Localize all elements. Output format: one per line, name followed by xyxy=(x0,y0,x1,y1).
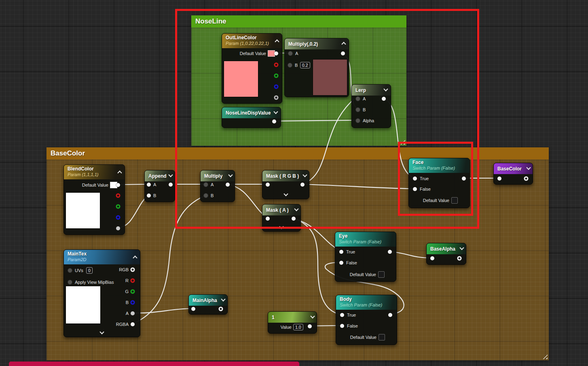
pin-label: B xyxy=(126,300,129,305)
pin-label: Apply View MipBias xyxy=(75,280,114,285)
node-title: Append xyxy=(148,173,167,179)
node-title: BlendColor xyxy=(68,166,121,172)
node-title: MainTex xyxy=(68,251,136,257)
output-pin[interactable] xyxy=(388,313,392,317)
node-header[interactable]: Body Switch Param (False) xyxy=(336,295,397,310)
pin-label: B xyxy=(153,193,156,198)
wire[interactable] xyxy=(135,309,193,313)
output-pin-r[interactable] xyxy=(131,279,135,283)
chevron-down-icon[interactable] xyxy=(527,166,531,170)
chevron-down-icon[interactable] xyxy=(460,246,464,250)
input-pin-true[interactable] xyxy=(340,313,344,317)
input-pin-mipbias[interactable] xyxy=(68,280,72,285)
output-pin-b[interactable] xyxy=(131,300,135,305)
pin-label: False xyxy=(346,260,357,265)
node-header[interactable]: BaseColor xyxy=(494,163,533,174)
input-pin[interactable] xyxy=(191,307,195,311)
node-basealpha[interactable]: BaseAlpha xyxy=(426,243,466,265)
node-blendcolor[interactable]: BlendColor Param (1,1,1,1) Default Value xyxy=(63,164,125,235)
input-pin-true[interactable] xyxy=(339,250,343,254)
output-pin[interactable] xyxy=(524,177,529,181)
input-pin-false[interactable] xyxy=(339,261,343,265)
input-pin-uvs[interactable] xyxy=(68,268,72,273)
output-pin-a[interactable] xyxy=(131,311,135,315)
value-input[interactable]: 1.0 xyxy=(293,324,303,330)
input-pin[interactable] xyxy=(497,177,501,181)
input-pin-a[interactable] xyxy=(147,183,151,187)
material-graph-canvas[interactable]: NoseLine BaseColor xyxy=(0,0,588,366)
default-value-label: Default Value xyxy=(350,335,376,340)
node-subtitle: Switch Param (False) xyxy=(339,239,392,245)
output-pin[interactable] xyxy=(169,183,173,187)
node-header[interactable]: 1 xyxy=(268,312,317,323)
node-header[interactable]: BlendColor Param (1,1,1,1) xyxy=(64,165,125,179)
input-pin[interactable] xyxy=(430,256,434,260)
node-header[interactable]: MainAlpha xyxy=(189,295,227,306)
node-header[interactable]: Append xyxy=(145,170,175,181)
chevron-down-icon[interactable] xyxy=(311,315,315,319)
output-pin-r[interactable] xyxy=(116,194,121,198)
pin-label: RGBA xyxy=(116,322,129,327)
node-constant-one[interactable]: 1 Value 1.0 xyxy=(268,311,317,334)
pin-label: False xyxy=(347,323,358,328)
pin-label: A xyxy=(126,311,129,316)
output-pin-rgb[interactable] xyxy=(131,268,135,272)
input-pin-false[interactable] xyxy=(340,324,344,328)
pin-label: A xyxy=(153,182,156,187)
node-header[interactable]: MainTex Param2D xyxy=(64,250,140,264)
default-value-label: Default Value xyxy=(350,272,376,277)
pin-label: G xyxy=(125,289,129,294)
node-title: Eye xyxy=(339,233,392,239)
annotation-rect-face xyxy=(398,142,473,216)
output-pin[interactable] xyxy=(219,307,223,311)
node-title: 1 xyxy=(272,315,275,320)
node-body-switch[interactable]: Body Switch Param (False) True False Def… xyxy=(336,295,397,345)
node-title: MainAlpha xyxy=(192,298,217,303)
output-pin-g[interactable] xyxy=(131,289,135,294)
collapse-icon[interactable] xyxy=(118,170,122,174)
collapse-icon[interactable] xyxy=(133,255,137,259)
output-pin[interactable] xyxy=(116,183,120,187)
pin-label: True xyxy=(346,249,355,254)
expand-icon[interactable] xyxy=(100,330,104,334)
pin-label: True xyxy=(347,313,356,317)
node-preview xyxy=(66,286,100,323)
output-pin[interactable] xyxy=(457,256,462,261)
chevron-down-icon[interactable] xyxy=(169,173,173,177)
chevron-down-icon[interactable] xyxy=(221,298,225,302)
node-maintex[interactable]: MainTex Param2D UVs 0 Apply View MipBias… xyxy=(63,249,140,337)
pin-label: UVs xyxy=(75,268,83,273)
pin-label: RGB xyxy=(119,267,129,272)
node-header[interactable]: BaseAlpha xyxy=(427,243,466,254)
node-header[interactable]: Eye Switch Param (False) xyxy=(335,232,396,247)
node-title: BaseColor xyxy=(497,166,522,172)
input-pin-b[interactable] xyxy=(147,194,151,198)
output-pin-b[interactable] xyxy=(116,215,121,220)
output-pin[interactable] xyxy=(308,324,312,328)
default-value-checkbox[interactable] xyxy=(378,271,385,278)
node-title: BaseAlpha xyxy=(430,246,455,252)
uvs-value-input[interactable]: 0 xyxy=(86,267,93,274)
node-basecolor-output[interactable]: BaseColor xyxy=(493,163,533,185)
node-mainalpha[interactable]: MainAlpha xyxy=(188,294,228,315)
node-preview xyxy=(66,193,100,228)
default-value-label: Default Value xyxy=(82,183,108,187)
value-label: Value xyxy=(281,325,292,330)
output-pin-rgba[interactable] xyxy=(131,322,135,326)
pin-label: R xyxy=(125,278,129,283)
output-pin[interactable] xyxy=(388,250,392,254)
node-append[interactable]: Append A B xyxy=(144,170,175,202)
node-subtitle: Param2D xyxy=(68,257,136,263)
node-title: Body xyxy=(340,296,393,302)
output-pin-g[interactable] xyxy=(116,204,121,209)
default-value-checkbox[interactable] xyxy=(379,334,385,340)
node-subtitle: Param (1,1,1,1) xyxy=(68,172,121,178)
wire[interactable] xyxy=(293,218,342,315)
node-subtitle: Switch Param (False) xyxy=(340,302,393,308)
node-eye-switch[interactable]: Eye Switch Param (False) True False Defa… xyxy=(335,232,396,282)
output-pin-a[interactable] xyxy=(116,226,120,230)
